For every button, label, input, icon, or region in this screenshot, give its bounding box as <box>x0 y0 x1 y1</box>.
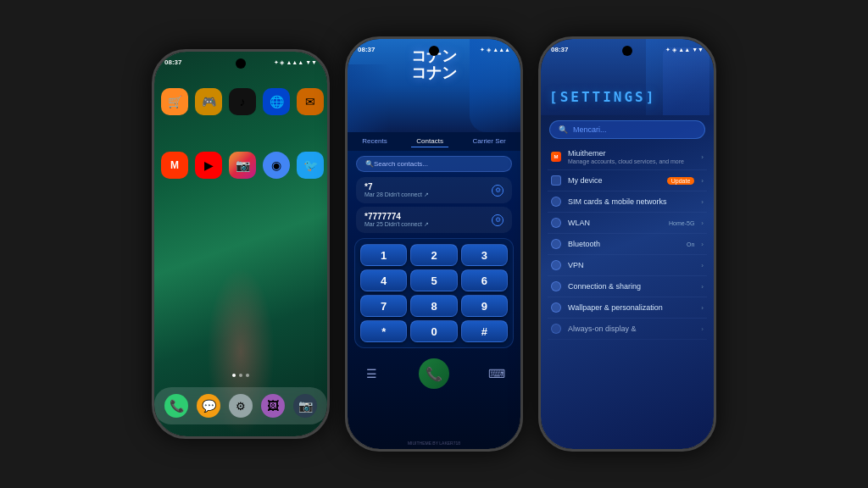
always-on-name: Always-on display & <box>568 324 694 333</box>
anime-left-bg <box>348 64 390 132</box>
youtube-icon[interactable]: ▶ <box>195 152 222 179</box>
settings-page-title: [SETTINGS] <box>549 89 656 105</box>
game-icon[interactable]: 🎮 <box>195 88 222 115</box>
app-store-icon[interactable]: 🛒 <box>161 88 188 115</box>
settings-item-always-on[interactable]: Always-on display & › <box>548 319 707 340</box>
time-display-3: 08:37 <box>551 46 568 53</box>
search-icon-3: 🔍 <box>559 125 568 134</box>
dial-2[interactable]: 2 <box>410 244 457 266</box>
instagram-icon[interactable]: 📷 <box>229 152 256 179</box>
wlan-text: WLAN <box>568 219 662 227</box>
camera-dock-icon[interactable]: 📷 <box>293 394 317 418</box>
settings-item-bluetooth[interactable]: Bluetooth On › <box>548 234 707 255</box>
watermark: MIUITHEME BY LAKER718 <box>408 441 460 446</box>
status-bar-1: 08:37 ✦ ◈ ▲▲▲ ▼▼ <box>154 52 327 70</box>
dial-4[interactable]: 4 <box>360 269 407 291</box>
settings-item-vpn[interactable]: VPN › <box>548 255 707 276</box>
call-gear-2[interactable]: ⚙ <box>492 214 504 226</box>
bluetooth-text: Bluetooth <box>568 240 680 248</box>
phone1-homescreen: 08:37 ✦ ◈ ▲▲▲ ▼▼ 🛒 🎮 ♪ 🌐 ✉ M ▶ 📷 ◉ 🐦 <box>154 52 327 436</box>
menu-icon[interactable]: ☰ <box>359 362 383 385</box>
vpn-text: VPN <box>568 261 694 269</box>
dial-9[interactable]: 9 <box>461 295 508 317</box>
search-icon-2: 🔍 <box>365 160 374 168</box>
contact-search[interactable]: 🔍 Search contacts... <box>356 156 512 172</box>
gallery-dock-icon[interactable]: 🖼 <box>261 394 285 418</box>
status-icons-2: ✦ ◈ ▲▲▲ <box>480 47 510 53</box>
dial-3[interactable]: 3 <box>461 244 508 266</box>
phone-3: 08:37 ✦ ◈ ▲▲ ▼▼ [SETTINGS] 🔍 Mencari... <box>538 36 716 452</box>
tab-contacts[interactable]: Contacts <box>411 136 448 147</box>
tiktok-icon[interactable]: ♪ <box>229 88 256 115</box>
wlan-chevron: › <box>701 219 704 227</box>
bluetooth-icon <box>551 239 561 249</box>
call-gear-1[interactable]: ⚙ <box>492 185 504 197</box>
settings-item-connection[interactable]: Connection & sharing › <box>548 276 707 297</box>
settings-item-wallpaper[interactable]: Wallpaper & personalization › <box>548 297 707 319</box>
time-display-2: 08:37 <box>358 46 375 53</box>
call-number-2: *7777774 <box>364 212 429 221</box>
wlan-name: WLAN <box>568 219 662 227</box>
phone3-settings: 08:37 ✦ ◈ ▲▲ ▼▼ [SETTINGS] 🔍 Mencari... <box>541 39 714 449</box>
dial-5[interactable]: 5 <box>410 269 457 291</box>
phone-dock-icon[interactable]: 📞 <box>164 394 188 418</box>
wallpaper-name: Wallpaper & personalization <box>568 303 694 312</box>
tab-carrier[interactable]: Carrier Ser <box>468 136 511 147</box>
my-device-chevron: › <box>701 177 704 185</box>
dialer-tabs: Recents Contacts Carrier Ser <box>348 132 520 151</box>
tab-recents[interactable]: Recents <box>357 136 392 147</box>
messages-dock-icon[interactable]: 💬 <box>197 394 220 418</box>
call-info-2: *7777774 Mar 25 Didn't connect ↗ <box>364 212 429 228</box>
settings-list: M Miuithemer Manage accounts, cloud serv… <box>541 144 714 340</box>
vpn-icon <box>551 260 561 270</box>
connection-name: Connection & sharing <box>568 282 694 291</box>
time-display-1: 08:37 <box>164 58 181 66</box>
settings-item-wlan[interactable]: WLAN Home-5G › <box>548 213 707 234</box>
settings-item-my-device[interactable]: My device Update › <box>548 170 707 191</box>
keyboard-icon[interactable]: ⌨ <box>485 362 509 385</box>
app-dock: 📞 💬 ⚙ 🖼 📷 <box>154 387 327 424</box>
dialer-bottom-bar: ☰ 📞 ⌨ <box>348 353 520 394</box>
miuithemer-name: Miuithemer <box>568 149 694 158</box>
app-grid-row1: 🛒 🎮 ♪ 🌐 ✉ <box>154 81 327 122</box>
miuithemer-icon: M <box>551 152 561 162</box>
search-placeholder-2: Search contacts... <box>374 160 428 168</box>
chrome-icon[interactable]: ◉ <box>263 152 290 179</box>
anime-title: コナン <box>411 63 457 83</box>
settings-search[interactable]: 🔍 Mencari... <box>549 120 705 139</box>
status-icons-3: ✦ ◈ ▲▲ ▼▼ <box>665 47 704 53</box>
bluetooth-chevron: › <box>701 241 704 248</box>
mi-icon[interactable]: M <box>161 152 188 179</box>
settings-item-sim[interactable]: SIM cards & mobile networks › <box>548 191 707 213</box>
my-device-icon <box>551 175 561 186</box>
bluetooth-name: Bluetooth <box>568 240 680 248</box>
my-device-name: My device <box>568 176 660 185</box>
wlan-value: Home-5G <box>669 220 694 226</box>
connection-chevron: › <box>701 283 704 291</box>
settings-item-miuithemer[interactable]: M Miuithemer Manage accounts, cloud serv… <box>548 144 707 170</box>
dial-0[interactable]: 0 <box>410 320 457 342</box>
dial-6[interactable]: 6 <box>461 269 508 291</box>
settings-search-placeholder: Mencari... <box>573 125 607 134</box>
dial-hash[interactable]: # <box>461 320 508 342</box>
browser-icon[interactable]: 🌐 <box>263 88 290 115</box>
dial-star[interactable]: * <box>360 320 407 342</box>
email-icon[interactable]: ✉ <box>297 88 324 115</box>
dial-1[interactable]: 1 <box>360 244 407 266</box>
connection-icon <box>551 281 561 291</box>
twitter-icon[interactable]: 🐦 <box>297 152 324 179</box>
status-bar-3: 08:37 ✦ ◈ ▲▲ ▼▼ <box>541 39 714 58</box>
always-on-chevron: › <box>701 325 704 333</box>
connection-text: Connection & sharing <box>568 282 694 291</box>
always-on-text: Always-on display & <box>568 324 694 333</box>
call-date-2: Mar 25 Didn't connect ↗ <box>364 221 429 228</box>
sim-icon <box>551 197 561 207</box>
dot-1 <box>232 374 236 377</box>
call-button[interactable]: 📞 <box>419 358 449 389</box>
status-bar-2: 08:37 ✦ ◈ ▲▲▲ <box>348 39 520 58</box>
dial-7[interactable]: 7 <box>360 295 407 317</box>
dial-8[interactable]: 8 <box>410 295 457 317</box>
anime-figure <box>663 47 709 115</box>
settings-dock-icon[interactable]: ⚙ <box>229 394 253 418</box>
status-icons-1: ✦ ◈ ▲▲▲ ▼▼ <box>274 59 317 66</box>
